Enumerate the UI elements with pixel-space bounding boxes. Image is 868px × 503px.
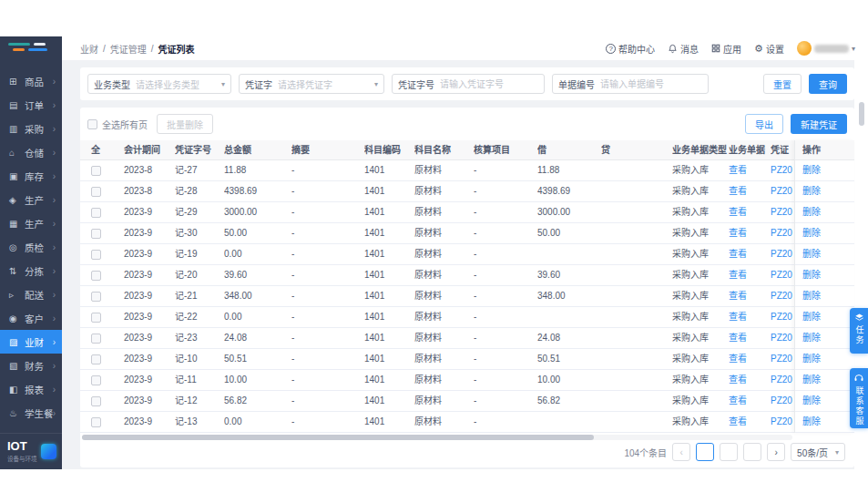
voucher-link[interactable]: PZ20 [771, 391, 794, 411]
delete-link[interactable]: 删除 [802, 416, 821, 426]
search-button[interactable]: 查询 [809, 74, 847, 94]
view-doc-link[interactable]: 查看 [729, 202, 771, 222]
cell-voucher-no: 记-27 [175, 160, 224, 180]
sidebar-item[interactable]: ⊞ 商品 › [0, 69, 62, 93]
sidebar-item[interactable]: ▤ 订单 › [0, 93, 62, 117]
voucher-no-input[interactable] [440, 79, 538, 89]
header-select[interactable]: 全 [91, 140, 100, 159]
delete-link[interactable]: 删除 [802, 228, 821, 238]
delete-link[interactable]: 删除 [802, 375, 821, 385]
settings-button[interactable]: ⚙ 设置 [754, 42, 784, 56]
voucher-link[interactable]: PZ20 [771, 244, 794, 264]
user-menu[interactable]: ▾ [797, 41, 855, 56]
business-type-select[interactable]: 业务类型 请选择业务类型 ▾ [87, 74, 231, 94]
view-doc-link[interactable]: 查看 [729, 370, 771, 390]
delete-link[interactable]: 删除 [802, 333, 821, 343]
sidebar-item[interactable]: ♨ 学生餐 › [0, 401, 62, 425]
voucher-link[interactable]: PZ20 [771, 307, 794, 327]
sidebar-item[interactable]: ◎ 质检 › [0, 235, 62, 259]
messages-button[interactable]: 消息 [668, 42, 699, 56]
row-checkbox[interactable] [91, 334, 101, 344]
view-doc-link[interactable]: 查看 [729, 223, 771, 243]
batch-delete-button[interactable]: 批量删除 [157, 114, 213, 134]
view-doc-link[interactable]: 查看 [729, 412, 771, 432]
sidebar-item[interactable]: ▥ 采购 › [0, 117, 62, 140]
row-checkbox[interactable] [91, 208, 101, 218]
cell-accounting-item: - [474, 223, 537, 243]
help-center-button[interactable]: ? 帮助中心 [606, 42, 655, 56]
sidebar-item[interactable]: ▨ 业财 › [0, 330, 62, 354]
sidebar-item[interactable]: ◉ 客户 › [0, 306, 62, 330]
tasks-float-button[interactable]: 任务 [850, 308, 868, 354]
view-doc-link[interactable]: 查看 [729, 307, 771, 327]
row-checkbox[interactable] [91, 229, 101, 239]
page-button[interactable] [696, 443, 714, 461]
breadcrumb-item[interactable]: 凭证管理 [110, 42, 147, 56]
apps-button[interactable]: 应用 [711, 42, 741, 56]
row-checkbox[interactable] [91, 396, 101, 406]
voucher-link[interactable]: PZ20 [771, 181, 794, 201]
view-doc-link[interactable]: 查看 [729, 286, 771, 306]
delete-link[interactable]: 删除 [802, 249, 821, 259]
voucher-word-select[interactable]: 凭证字 请选择凭证字 ▾ [239, 74, 384, 94]
reset-button[interactable]: 重置 [763, 74, 802, 94]
row-checkbox[interactable] [91, 187, 101, 197]
row-checkbox[interactable] [91, 271, 101, 281]
export-button[interactable]: 导出 [745, 114, 783, 134]
breadcrumb-item[interactable]: 业财 [80, 42, 98, 56]
view-doc-link[interactable]: 查看 [729, 328, 771, 348]
sidebar-item[interactable]: ▦ 生产 › [0, 211, 62, 235]
view-doc-link[interactable]: 查看 [729, 349, 771, 369]
sidebar-item[interactable]: ◧ 报表 › [0, 377, 62, 401]
cell-total: 348.00 [224, 286, 291, 306]
voucher-link[interactable]: PZ20 [771, 328, 794, 348]
next-page-button[interactable]: › [767, 443, 785, 461]
delete-link[interactable]: 删除 [802, 354, 821, 364]
gear-icon: ⚙ [754, 44, 763, 54]
cell-credit [601, 328, 672, 348]
row-checkbox[interactable] [91, 313, 101, 323]
voucher-link[interactable]: PZ20 [771, 223, 794, 243]
view-doc-link[interactable]: 查看 [729, 181, 771, 201]
cell-subject-code: 1401 [364, 202, 414, 222]
support-float-button[interactable]: 联系客服 [850, 368, 868, 428]
view-doc-link[interactable]: 查看 [729, 391, 771, 411]
page-size-select[interactable]: 50条/页 ▾ [791, 443, 845, 461]
voucher-link[interactable]: PZ20 [771, 412, 794, 432]
view-doc-link[interactable]: 查看 [729, 160, 771, 180]
sidebar-item[interactable]: ▹ 配送 › [0, 282, 62, 306]
row-checkbox[interactable] [91, 354, 101, 364]
row-checkbox[interactable] [91, 166, 101, 176]
page-button[interactable] [720, 443, 738, 461]
delete-link[interactable]: 删除 [802, 395, 821, 405]
row-checkbox[interactable] [91, 375, 101, 385]
voucher-link[interactable]: PZ20 [771, 370, 794, 390]
select-all-checkbox[interactable] [87, 119, 97, 129]
sidebar-item[interactable]: ▧ 财务 › [0, 354, 62, 377]
view-doc-link[interactable]: 查看 [729, 244, 771, 264]
delete-link[interactable]: 删除 [802, 270, 821, 280]
doc-no-input[interactable] [600, 79, 702, 89]
vertical-scrollbar-thumb[interactable] [859, 102, 864, 126]
sidebar-item[interactable]: ⌂ 仓储 › [0, 140, 62, 164]
view-doc-link[interactable]: 查看 [729, 265, 771, 285]
sidebar-item[interactable]: ⇅ 分拣 › [0, 259, 62, 282]
voucher-link[interactable]: PZ20 [771, 349, 794, 369]
sidebar-item[interactable]: ◈ 生产 › [0, 188, 62, 211]
delete-link[interactable]: 删除 [802, 165, 821, 175]
page-button[interactable] [743, 443, 761, 461]
delete-link[interactable]: 删除 [802, 207, 821, 217]
row-checkbox[interactable] [91, 417, 101, 427]
voucher-link[interactable]: PZ20 [771, 286, 794, 306]
new-voucher-button[interactable]: 新建凭证 [791, 114, 847, 134]
row-checkbox[interactable] [91, 292, 101, 302]
voucher-link[interactable]: PZ20 [771, 202, 794, 222]
voucher-link[interactable]: PZ20 [771, 265, 794, 285]
delete-link[interactable]: 删除 [802, 312, 821, 322]
voucher-link[interactable]: PZ20 [771, 160, 794, 180]
prev-page-button[interactable]: ‹ [672, 443, 690, 461]
row-checkbox[interactable] [91, 250, 101, 260]
delete-link[interactable]: 删除 [802, 291, 821, 301]
sidebar-item[interactable]: ▣ 库存 › [0, 164, 62, 188]
delete-link[interactable]: 删除 [802, 186, 821, 196]
